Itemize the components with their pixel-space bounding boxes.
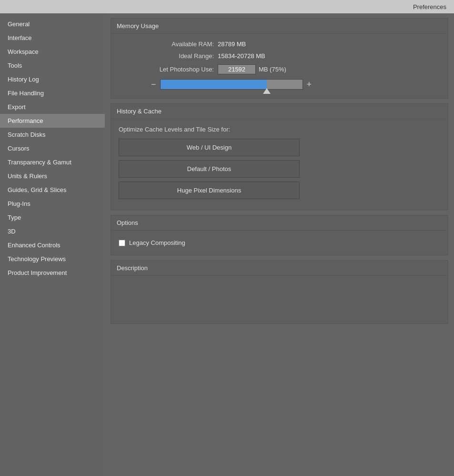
description-header: Description (111, 261, 448, 276)
ideal-range-label: Ideal Range: (119, 52, 214, 60)
slider-track[interactable] (160, 79, 303, 90)
sidebar-item-cursors[interactable]: Cursors (0, 142, 105, 155)
sidebar-item-workspace[interactable]: Workspace (0, 45, 105, 59)
default-photos-button[interactable]: Default / Photos (119, 160, 300, 178)
history-cache-section: History & Cache Optimize Cache Levels an… (111, 103, 448, 210)
sidebar-item-3d[interactable]: 3D (0, 224, 105, 238)
memory-usage-body: Available RAM: 28789 MB Ideal Range: 158… (111, 34, 448, 98)
let-photoshop-use-row: Let Photoshop Use: MB (75%) (119, 64, 440, 74)
description-body (111, 276, 448, 324)
memory-usage-section: Memory Usage Available RAM: 28789 MB Ide… (111, 18, 448, 99)
slider-row: − + (119, 79, 440, 90)
available-ram-value: 28789 MB (218, 41, 246, 48)
title-bar: Preferences (0, 0, 454, 13)
huge-pixel-button[interactable]: Huge Pixel Dimensions (119, 182, 300, 199)
photoshop-use-input[interactable] (218, 64, 256, 74)
sidebar-item-performance[interactable]: Performance (0, 114, 105, 128)
ideal-range-value: 15834-20728 MB (218, 52, 265, 60)
sidebar-item-interface[interactable]: Interface (0, 31, 105, 45)
slider-thumb (263, 88, 271, 94)
sidebar-item-file-handling[interactable]: File Handling (0, 86, 105, 100)
options-body: Legacy Compositing (111, 231, 448, 255)
slider-minus-button[interactable]: − (147, 80, 160, 89)
sidebar-item-guides-grid-slices[interactable]: Guides, Grid & Slices (0, 183, 105, 197)
sidebar-item-tools[interactable]: Tools (0, 59, 105, 72)
window-title: Preferences (413, 3, 446, 10)
sidebar-item-general[interactable]: General (0, 17, 105, 31)
web-ui-button[interactable]: Web / UI Design (119, 139, 300, 156)
slider-plus-button[interactable]: + (303, 80, 316, 89)
slider-fill (161, 80, 267, 89)
sidebar-item-type[interactable]: Type (0, 211, 105, 224)
sidebar-item-units-rulers[interactable]: Units & Rulers (0, 169, 105, 183)
history-cache-header: History & Cache (111, 104, 448, 119)
sidebar-item-product-improvement[interactable]: Product Improvement (0, 266, 105, 280)
options-section: Options Legacy Compositing (111, 215, 448, 255)
legacy-compositing-checkbox[interactable] (119, 240, 125, 246)
sidebar-item-transparency-gamut[interactable]: Transparency & Gamut (0, 155, 105, 169)
mb-unit: MB (75%) (259, 66, 286, 73)
legacy-compositing-row[interactable]: Legacy Compositing (119, 239, 440, 246)
sidebar-item-export[interactable]: Export (0, 100, 105, 114)
optimize-label: Optimize Cache Levels and Tile Size for: (119, 126, 440, 133)
sidebar: GeneralInterfaceWorkspaceToolsHistory Lo… (0, 13, 105, 476)
legacy-compositing-label: Legacy Compositing (129, 239, 185, 246)
sidebar-item-plug-ins[interactable]: Plug-Ins (0, 197, 105, 211)
sidebar-item-technology-previews[interactable]: Technology Previews (0, 252, 105, 266)
available-ram-row: Available RAM: 28789 MB (119, 41, 440, 48)
main-container: GeneralInterfaceWorkspaceToolsHistory Lo… (0, 13, 454, 476)
sidebar-item-scratch-disks[interactable]: Scratch Disks (0, 128, 105, 142)
sidebar-item-history-log[interactable]: History Log (0, 72, 105, 86)
ideal-range-row: Ideal Range: 15834-20728 MB (119, 52, 440, 60)
options-header: Options (111, 215, 448, 231)
available-ram-label: Available RAM: (119, 41, 214, 48)
description-section: Description (111, 260, 448, 324)
history-cache-body: Optimize Cache Levels and Tile Size for:… (111, 119, 448, 210)
memory-usage-header: Memory Usage (111, 19, 448, 34)
let-photoshop-use-label: Let Photoshop Use: (119, 66, 214, 73)
content-area: Memory Usage Available RAM: 28789 MB Ide… (105, 13, 454, 476)
sidebar-item-enhanced-controls[interactable]: Enhanced Controls (0, 238, 105, 252)
